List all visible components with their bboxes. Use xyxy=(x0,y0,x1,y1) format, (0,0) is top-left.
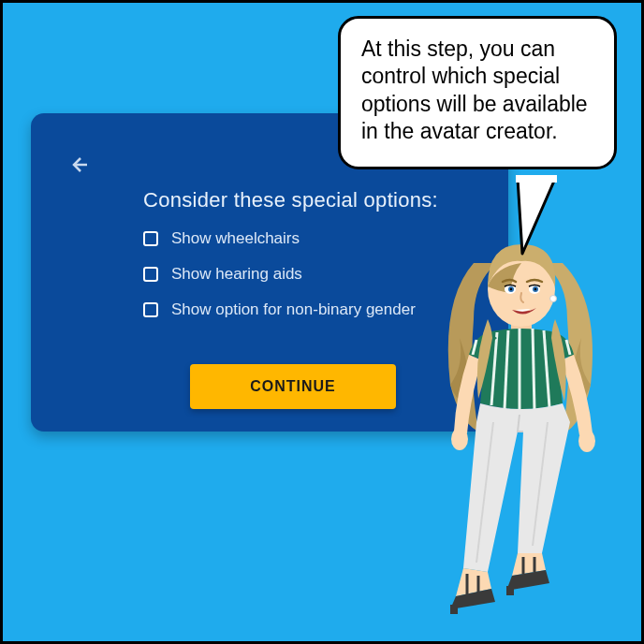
option-show-wheelchairs[interactable]: Show wheelchairs xyxy=(143,229,416,248)
svg-point-10 xyxy=(550,296,557,302)
card-heading: Consider these special options: xyxy=(143,188,438,212)
speech-text: At this step, you can control which spec… xyxy=(361,37,588,143)
svg-point-18 xyxy=(451,428,468,450)
checkbox-icon xyxy=(143,302,158,317)
options-list: Show wheelchairs Show hearing aids Show … xyxy=(143,229,416,319)
checkbox-icon xyxy=(143,267,158,282)
back-button[interactable] xyxy=(65,151,93,179)
option-label: Show option for non-binary gender xyxy=(171,300,416,319)
svg-rect-22 xyxy=(450,605,458,614)
svg-rect-1 xyxy=(516,175,557,183)
speech-bubble-tail xyxy=(508,179,564,254)
option-label: Show wheelchairs xyxy=(171,229,300,248)
continue-button[interactable]: CONTINUE xyxy=(190,364,396,409)
speech-bubble: At this step, you can control which spec… xyxy=(338,16,617,169)
svg-rect-25 xyxy=(506,586,514,595)
tutorial-panel: Consider these special options: Show whe… xyxy=(0,0,644,644)
svg-point-8 xyxy=(510,288,512,290)
option-show-nonbinary[interactable]: Show option for non-binary gender xyxy=(143,300,416,319)
checkbox-icon xyxy=(143,231,158,246)
svg-point-9 xyxy=(534,288,536,290)
avatar-character xyxy=(422,235,619,617)
option-show-hearing-aids[interactable]: Show hearing aids xyxy=(143,265,416,284)
option-label: Show hearing aids xyxy=(171,265,302,284)
svg-line-14 xyxy=(533,329,534,411)
arrow-left-icon xyxy=(67,154,90,176)
svg-point-19 xyxy=(578,430,595,452)
